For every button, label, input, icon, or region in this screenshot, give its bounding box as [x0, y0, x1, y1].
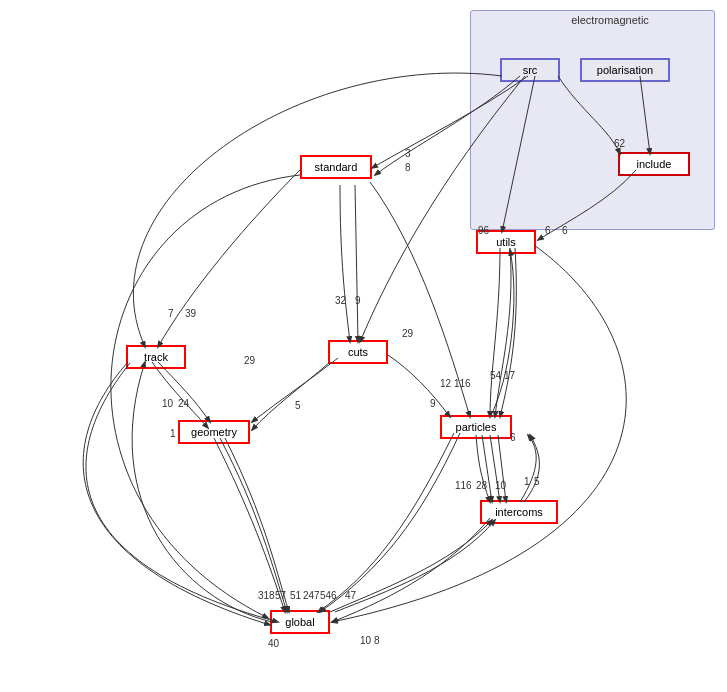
- src-node[interactable]: src: [500, 58, 560, 82]
- intercoms-node[interactable]: intercoms: [480, 500, 558, 524]
- track-node[interactable]: track: [126, 345, 186, 369]
- polarisation-node[interactable]: polarisation: [580, 58, 670, 82]
- label-24: 24: [178, 398, 189, 409]
- standard-node[interactable]: standard: [300, 155, 372, 179]
- label-546: 546: [320, 590, 337, 601]
- label-5b: 5: [534, 476, 540, 487]
- electromagnetic-label: electromagnetic: [530, 14, 690, 26]
- label-54: 54: [490, 370, 501, 381]
- label-6c: 6: [510, 432, 516, 443]
- label-6b: 6: [562, 225, 568, 236]
- label-10b: 10: [495, 480, 506, 491]
- cuts-node[interactable]: cuts: [328, 340, 388, 364]
- label-6d: 6: [466, 480, 472, 491]
- label-29a: 29: [244, 355, 255, 366]
- label-5a: 5: [295, 400, 301, 411]
- label-9a: 9: [355, 295, 361, 306]
- label-51: 51: [290, 590, 301, 601]
- label-8b: 8: [374, 635, 380, 646]
- label-1: 1: [170, 428, 176, 439]
- label-7: 7: [168, 308, 174, 319]
- label-8: 8: [405, 162, 411, 173]
- label-96: 96: [478, 225, 489, 236]
- label-1b: 1: [524, 476, 530, 487]
- label-40: 40: [268, 638, 279, 649]
- label-10: 10: [162, 398, 173, 409]
- global-node[interactable]: global: [270, 610, 330, 634]
- label-29b: 29: [402, 328, 413, 339]
- label-10c: 10: [360, 635, 371, 646]
- label-28: 28: [476, 480, 487, 491]
- label-6a: 6: [545, 225, 551, 236]
- label-12: 12: [440, 378, 451, 389]
- particles-node[interactable]: particles: [440, 415, 512, 439]
- label-9b: 9: [430, 398, 436, 409]
- electromagnetic-group: [470, 10, 715, 230]
- include-node[interactable]: include: [618, 152, 690, 176]
- label-57: 57: [275, 590, 286, 601]
- label-39: 39: [185, 308, 196, 319]
- label-247: 247: [303, 590, 320, 601]
- label-32: 32: [335, 295, 346, 306]
- label-11: 11: [455, 480, 466, 491]
- label-47: 47: [345, 590, 356, 601]
- geometry-node[interactable]: geometry: [178, 420, 250, 444]
- label-17: 17: [504, 370, 515, 381]
- label-318: 318: [258, 590, 275, 601]
- label-116: 116: [454, 378, 471, 389]
- label-62: 62: [614, 138, 625, 149]
- label-3: 3: [405, 148, 411, 159]
